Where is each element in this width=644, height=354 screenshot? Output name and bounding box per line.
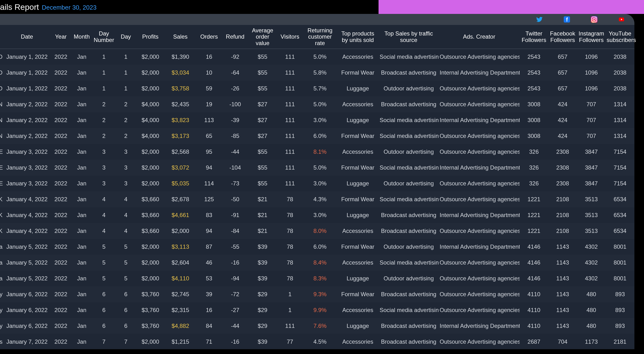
cell-ig: 1096	[577, 65, 606, 81]
twitter-icon	[536, 16, 543, 23]
table-row[interactable]: SEEJanuary 3, 20222022Jan33$2,000$3,0729…	[0, 160, 634, 175]
cell-orders: 53	[196, 271, 222, 286]
cell-yt: 8001	[606, 255, 634, 271]
table-row[interactable]: SEEJanuary 3, 20222022Jan33$2,000$2,5689…	[0, 144, 634, 160]
cell-refund: -50	[222, 191, 248, 207]
cell-profits: $2,000	[136, 271, 165, 286]
cell-yt: 1314	[606, 96, 634, 112]
col-region[interactable]: on	[0, 25, 3, 49]
cell-product: Accessories	[337, 144, 378, 160]
cell-creator: Outsource Advertising agencies	[439, 96, 520, 112]
cell-creator: Internal Advertising Department	[439, 318, 520, 334]
col-daynum[interactable]: Day Number	[92, 25, 116, 49]
cell-profits: $2,000	[136, 144, 165, 160]
table-row[interactable]: RKJanuary 4, 20222022Jan44$3,660$2,67812…	[0, 191, 634, 207]
table-row[interactable]: sJanuary 7, 20222022Jan77$2,000$1,21571-…	[0, 334, 634, 350]
cell-creator: Internal Advertising Department	[439, 160, 520, 175]
cell-aov: $27	[248, 96, 277, 112]
cell-product: Luggage	[337, 318, 378, 334]
cell-traffic: Outdoor advertising	[379, 271, 439, 286]
table-row[interactable]: iaJanuary 5, 20222022Jan55$2,000$4,11053…	[0, 271, 634, 286]
cell-yt: 2181	[606, 334, 634, 350]
table-row[interactable]: SEEJanuary 3, 20222022Jan33$2,000$5,0351…	[0, 175, 634, 191]
table-row[interactable]: RKJanuary 4, 20222022Jan44$3,660$4,66183…	[0, 207, 634, 223]
cell-day: 5	[116, 271, 136, 286]
table-row[interactable]: NJanuary 2, 20222022Jan22$4,000$2,43519-…	[0, 96, 634, 112]
cell-day: 2	[116, 96, 136, 112]
col-aov[interactable]: Average order value	[248, 25, 277, 49]
cell-refund: -73	[222, 175, 248, 191]
cell-fb: 424	[548, 128, 577, 144]
cell-ig: 4302	[577, 271, 606, 286]
col-instagram[interactable]: Instagram Followers	[577, 25, 606, 49]
cell-aov: $29	[248, 286, 277, 302]
cell-visitors: 1	[277, 286, 303, 302]
col-twitter[interactable]: Twitter Followers	[520, 25, 548, 49]
cell-aov: $29	[248, 302, 277, 318]
table-row[interactable]: OJanuary 1, 20222022Jan11$2,000$3,75859-…	[0, 81, 634, 96]
cell-daynum: 1	[92, 49, 116, 65]
cell-month: Jan	[72, 318, 92, 334]
table-row[interactable]: kyJanuary 6, 20222022Jan66$3,760$2,74539…	[0, 286, 634, 302]
col-month[interactable]: Month	[72, 25, 92, 49]
table-row[interactable]: NJanuary 2, 20222022Jan22$4,000$3,17365-…	[0, 128, 634, 144]
cell-ig: 1096	[577, 49, 606, 65]
cell-daynum: 2	[92, 128, 116, 144]
cell-ig: 3513	[577, 223, 606, 239]
table-row[interactable]: RKJanuary 4, 20222022Jan44$3,660$2,00094…	[0, 223, 634, 239]
table-row[interactable]: OJanuary 1, 20222022Jan11$2,000$3,03410-…	[0, 65, 634, 81]
col-year[interactable]: Year	[50, 25, 71, 49]
cell-ig: 1096	[577, 81, 606, 96]
table-header-row: on Date Year Month Day Number Day Profit…	[0, 25, 634, 49]
cell-ig: 3513	[577, 191, 606, 207]
cell-year: 2022	[50, 128, 71, 144]
cell-daynum: 6	[92, 302, 116, 318]
cell-product: Accessories	[337, 223, 378, 239]
cell-year: 2022	[50, 239, 71, 255]
cell-daynum: 2	[92, 112, 116, 128]
table-row[interactable]: iaJanuary 5, 20222022Jan55$2,000$3,11387…	[0, 239, 634, 255]
table-row[interactable]: OJanuary 1, 20222022Jan11$2,000$1,39016-…	[0, 49, 634, 65]
col-traffic[interactable]: Top Sales by traffic source	[379, 25, 439, 49]
col-product[interactable]: Top products by units sold	[337, 25, 378, 49]
col-visitors[interactable]: Visitors	[277, 25, 303, 49]
col-day[interactable]: Day	[116, 25, 136, 49]
col-rate[interactable]: Returning customer rate	[303, 25, 337, 49]
col-profits[interactable]: Profits	[136, 25, 165, 49]
col-youtube[interactable]: YouTube subscribers	[606, 25, 634, 49]
cell-rate: 8.1%	[303, 144, 337, 160]
table-row[interactable]: NJanuary 2, 20222022Jan22$4,000$3,823113…	[0, 112, 634, 128]
cell-rate: 9.3%	[303, 286, 337, 302]
cell-fb: 2108	[548, 207, 577, 223]
table-row[interactable]: kyJanuary 6, 20222022Jan66$3,760$2,31516…	[0, 302, 634, 318]
table-row[interactable]: kyJanuary 6, 20222022Jan66$3,760$4,88284…	[0, 318, 634, 334]
col-facebook[interactable]: Facebook Followers	[548, 25, 577, 49]
table-row[interactable]: iaJanuary 5, 20222022Jan55$2,000$2,60446…	[0, 255, 634, 271]
cell-date: January 2, 2022	[3, 112, 50, 128]
cell-orders: 10	[196, 65, 222, 81]
cell-region: SEE	[0, 144, 3, 160]
cell-year: 2022	[50, 207, 71, 223]
cell-creator: Outsource Advertising agencies	[439, 223, 520, 239]
col-date[interactable]: Date	[3, 25, 50, 49]
cell-date: January 6, 2022	[3, 318, 50, 334]
cell-yt: 893	[606, 286, 634, 302]
col-orders[interactable]: Orders	[196, 25, 222, 49]
cell-sales: $3,758	[164, 81, 196, 96]
cell-sales: $3,072	[164, 160, 196, 175]
cell-visitors: 111	[277, 81, 303, 96]
cell-visitors: 111	[277, 144, 303, 160]
cell-date: January 2, 2022	[3, 128, 50, 144]
cell-daynum: 6	[92, 286, 116, 302]
cell-orders: 94	[196, 223, 222, 239]
cell-orders: 114	[196, 175, 222, 191]
cell-sales: $5,035	[164, 175, 196, 191]
col-refund[interactable]: Refund	[222, 25, 248, 49]
cell-date: January 3, 2022	[3, 175, 50, 191]
cell-day: 5	[116, 255, 136, 271]
cell-region: RK	[0, 207, 3, 223]
cell-yt: 1314	[606, 112, 634, 128]
col-sales[interactable]: Sales	[164, 25, 196, 49]
cell-ig: 4302	[577, 255, 606, 271]
col-creator[interactable]: Ads. Creator	[439, 25, 520, 49]
